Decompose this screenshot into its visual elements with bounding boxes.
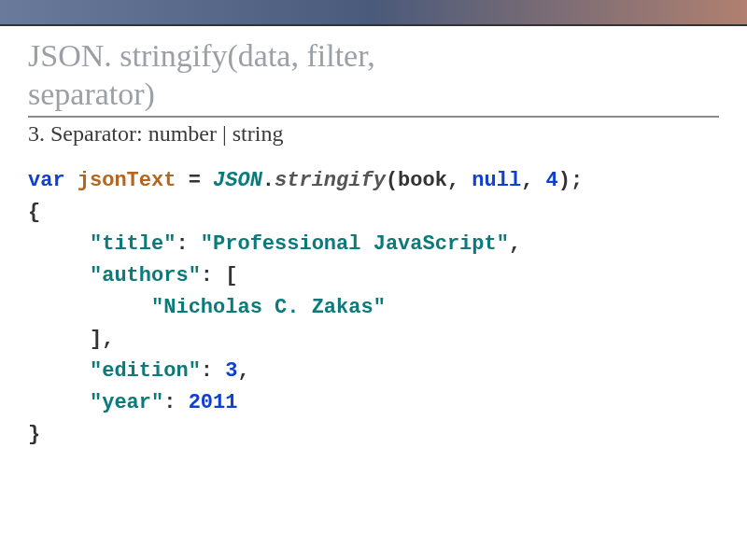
paren-close: );	[558, 169, 583, 192]
val-title: "Professional JavaScript"	[201, 232, 509, 256]
top-accent-bar	[0, 0, 747, 26]
indent	[28, 296, 151, 319]
indent	[28, 359, 90, 383]
title-underline	[28, 116, 719, 118]
indent	[28, 328, 90, 351]
bracket-open: [	[225, 264, 237, 287]
title-line-1: JSON. stringify(data, filter,	[28, 38, 375, 73]
variable-jsonText: jsonText	[78, 169, 176, 192]
title-line-2: separator)	[28, 77, 155, 111]
val-edition: 3	[225, 359, 237, 383]
paren-open: (	[386, 169, 398, 192]
method-stringify: stringify	[275, 169, 386, 192]
equals: =	[176, 169, 213, 192]
subtitle: 3. Separator: number | string	[28, 121, 719, 147]
key-edition: "edition"	[90, 359, 201, 383]
author-0: "Nicholas C. Zakas"	[151, 296, 386, 319]
indent	[28, 264, 90, 287]
key-authors: "authors"	[90, 264, 201, 287]
comma: ,	[521, 169, 545, 192]
key-title: "title"	[90, 232, 176, 256]
colon: :	[201, 359, 225, 383]
indent	[28, 232, 90, 256]
colon: :	[163, 391, 188, 414]
slide-content: JSON. stringify(data, filter,separator) …	[0, 26, 747, 451]
comma: ,	[237, 359, 249, 383]
slide-title: JSON. stringify(data, filter,separator)	[28, 37, 719, 114]
bracket-close: ]	[90, 328, 102, 351]
arg-book: book	[398, 169, 447, 192]
comma: ,	[509, 232, 521, 256]
colon: :	[176, 232, 200, 256]
code-block: var jsonText = JSON.stringify(book, null…	[28, 165, 719, 452]
brace-close: }	[28, 423, 40, 446]
indent	[28, 391, 90, 414]
dot: .	[262, 169, 275, 192]
comma: ,	[102, 328, 114, 351]
comma: ,	[447, 169, 472, 192]
keyword-var: var	[28, 169, 65, 192]
val-year: 2011	[189, 391, 238, 414]
arg-4: 4	[546, 169, 558, 192]
brace-open: {	[28, 201, 40, 224]
colon: :	[201, 264, 225, 287]
arg-null: null	[472, 169, 521, 192]
key-year: "year"	[90, 391, 163, 414]
class-JSON: JSON	[213, 169, 262, 192]
